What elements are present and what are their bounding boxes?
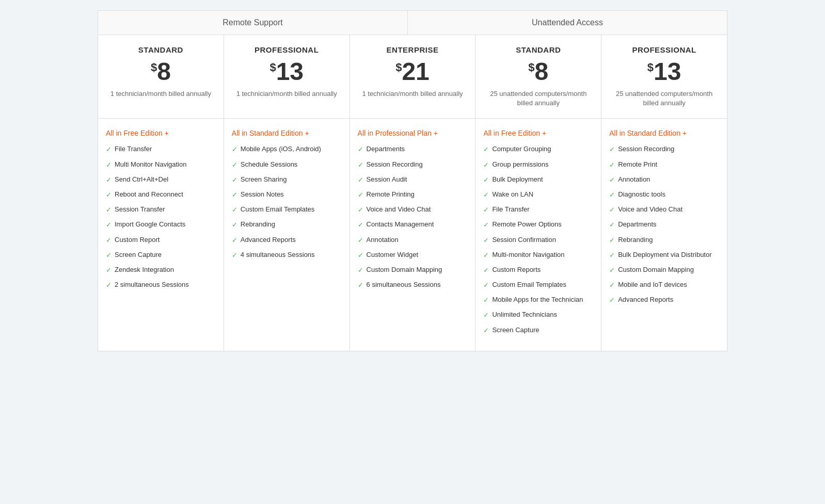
- check-icon: ✓: [358, 266, 363, 275]
- feature-item: ✓Rebranding: [609, 235, 719, 245]
- feature-text: Mobile and IoT devices: [618, 280, 687, 289]
- plan-name-ua-standard: STANDARD: [483, 45, 593, 54]
- feature-item: ✓Annotation: [609, 175, 719, 185]
- feature-text: Session Recording: [367, 160, 423, 169]
- check-icon: ✓: [609, 205, 615, 215]
- plan-ua-professional: PROFESSIONAL $13 25 unattended computers…: [601, 35, 727, 118]
- feature-item: ✓Multi-monitor Navigation: [483, 250, 593, 260]
- check-icon: ✓: [232, 160, 237, 170]
- feature-item: ✓Group permissions: [483, 160, 593, 170]
- check-icon: ✓: [232, 205, 237, 215]
- feature-item: ✓Mobile Apps (iOS, Android): [232, 144, 342, 154]
- all-in-rs-professional[interactable]: All in Standard Edition +: [232, 129, 342, 137]
- check-icon: ✓: [232, 175, 237, 185]
- feature-text: Advanced Reports: [618, 295, 673, 304]
- feature-item: ✓Departments: [358, 144, 468, 154]
- pricing-table: Remote Support Unattended Access STANDAR…: [98, 10, 727, 351]
- plan-name-ua-professional: PROFESSIONAL: [609, 45, 719, 54]
- plan-desc-rs-professional: 1 technician/month billed annually: [232, 89, 342, 99]
- check-icon: ✓: [609, 236, 615, 245]
- feature-item: ✓Screen Capture: [106, 250, 216, 260]
- feature-text: Session Confirmation: [492, 235, 556, 245]
- check-icon: ✓: [358, 251, 363, 260]
- check-icon: ✓: [358, 220, 363, 230]
- feature-text: 6 simultaneous Sessions: [367, 280, 441, 289]
- feature-text: Customer Widget: [367, 250, 418, 259]
- features-rs-enterprise: All in Professional Plan + ✓Departments✓…: [350, 119, 476, 350]
- feature-text: Send Ctrl+Alt+Del: [115, 175, 168, 184]
- check-icon: ✓: [106, 160, 112, 170]
- feature-item: ✓Remote Power Options: [483, 220, 593, 230]
- feature-item: ✓Advanced Reports: [609, 295, 719, 305]
- feature-text: Annotation: [618, 175, 650, 184]
- feature-text: File Transfer: [492, 205, 529, 214]
- feature-text: Computer Grouping: [492, 144, 551, 154]
- plan-desc-rs-enterprise: 1 technician/month billed annually: [358, 89, 468, 99]
- check-icon: ✓: [106, 205, 112, 215]
- check-icon: ✓: [358, 281, 363, 290]
- check-icon: ✓: [483, 220, 489, 230]
- feature-text: Reboot and Reconnect: [115, 190, 183, 199]
- feature-item: ✓Import Google Contacts: [106, 220, 216, 230]
- all-in-ua-standard[interactable]: All in Free Edition +: [483, 129, 593, 137]
- feature-text: Wake on LAN: [492, 190, 533, 199]
- feature-text: 2 simultaneous Sessions: [115, 280, 189, 289]
- feature-text: Custom Domain Mapping: [367, 265, 442, 274]
- feature-item: ✓Diagnostic tools: [609, 190, 719, 200]
- check-icon: ✓: [483, 281, 489, 290]
- feature-text: Diagnostic tools: [618, 190, 665, 199]
- plan-desc-ua-professional: 25 unattended computers/month billed ann…: [609, 89, 719, 108]
- feature-item: ✓File Transfer: [483, 205, 593, 215]
- features-rs-professional: All in Standard Edition + ✓Mobile Apps (…: [224, 119, 350, 350]
- all-in-ua-professional[interactable]: All in Standard Edition +: [609, 129, 719, 137]
- feature-item: ✓Session Audit: [358, 175, 468, 185]
- feature-item: ✓Session Transfer: [106, 205, 216, 215]
- feature-item: ✓Send Ctrl+Alt+Del: [106, 175, 216, 185]
- feature-text: 4 simultaneous Sessions: [241, 250, 315, 259]
- plan-rs-standard: STANDARD $8 1 technician/month billed an…: [98, 35, 224, 118]
- feature-item: ✓Mobile and IoT devices: [609, 280, 719, 290]
- features-row: All in Free Edition + ✓File Transfer✓Mul…: [98, 119, 727, 350]
- check-icon: ✓: [609, 160, 615, 170]
- check-icon: ✓: [483, 251, 489, 260]
- feature-text: Multi Monitor Navigation: [115, 160, 186, 169]
- check-icon: ✓: [358, 205, 363, 215]
- feature-item: ✓Customer Widget: [358, 250, 468, 260]
- feature-item: ✓Session Confirmation: [483, 235, 593, 245]
- feature-item: ✓Multi Monitor Navigation: [106, 160, 216, 170]
- all-in-rs-standard[interactable]: All in Free Edition +: [106, 129, 216, 137]
- features-rs-standard: All in Free Edition + ✓File Transfer✓Mul…: [98, 119, 224, 350]
- feature-item: ✓Reboot and Reconnect: [106, 190, 216, 200]
- feature-text: Remote Printing: [367, 190, 415, 199]
- feature-item: ✓2 simultaneous Sessions: [106, 280, 216, 290]
- section-headers: Remote Support Unattended Access: [98, 11, 727, 35]
- feature-item: ✓Unlimited Technicians: [483, 310, 593, 320]
- feature-item: ✓Bulk Deployment: [483, 175, 593, 185]
- feature-text: Screen Capture: [492, 326, 539, 335]
- unattended-access-header: Unattended Access: [408, 11, 727, 35]
- feature-item: ✓4 simultaneous Sessions: [232, 250, 342, 260]
- check-icon: ✓: [483, 311, 489, 320]
- feature-item: ✓Voice and Video Chat: [609, 205, 719, 215]
- feature-item: ✓Wake on LAN: [483, 190, 593, 200]
- remote-support-header: Remote Support: [98, 11, 408, 35]
- feature-text: Custom Email Templates: [241, 205, 315, 214]
- plan-rs-professional: PROFESSIONAL $13 1 technician/month bill…: [224, 35, 350, 118]
- all-in-rs-enterprise[interactable]: All in Professional Plan +: [358, 129, 468, 137]
- plan-rs-enterprise: ENTERPRISE $21 1 technician/month billed…: [350, 35, 476, 118]
- plan-headers: STANDARD $8 1 technician/month billed an…: [98, 35, 727, 119]
- check-icon: ✓: [609, 190, 615, 200]
- plan-price-rs-standard: $8: [106, 59, 216, 84]
- feature-text: Advanced Reports: [241, 235, 296, 245]
- check-icon: ✓: [609, 251, 615, 260]
- feature-text: Zendesk Integration: [115, 265, 174, 274]
- check-icon: ✓: [609, 296, 615, 305]
- feature-text: Mobile Apps for the Technician: [492, 295, 583, 304]
- feature-text: Voice and Video Chat: [618, 205, 683, 214]
- feature-text: Departments: [618, 220, 656, 229]
- check-icon: ✓: [106, 251, 112, 260]
- check-icon: ✓: [358, 190, 363, 200]
- feature-text: Custom Reports: [492, 265, 541, 274]
- check-icon: ✓: [106, 220, 112, 230]
- plan-desc-rs-standard: 1 technician/month billed annually: [106, 89, 216, 99]
